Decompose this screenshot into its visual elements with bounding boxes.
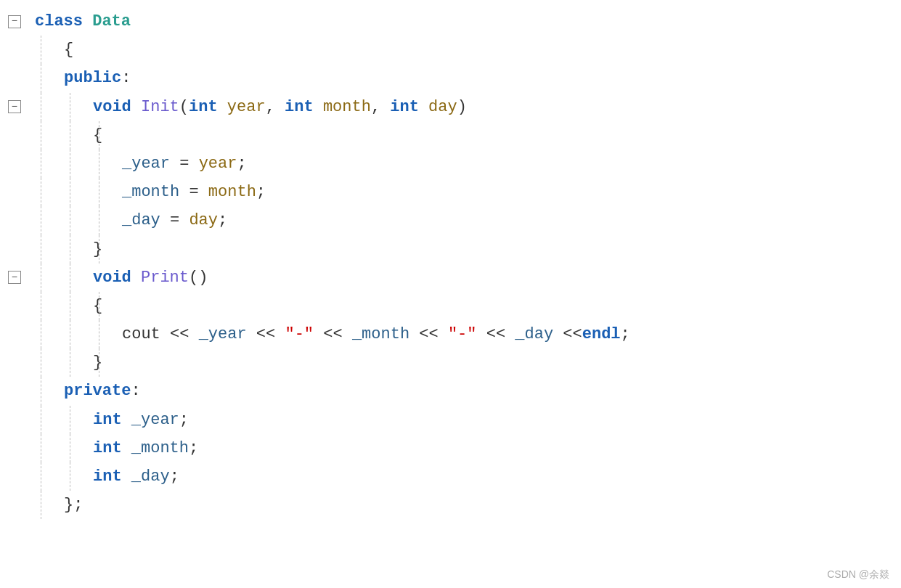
- code-content: private:: [29, 378, 141, 404]
- code-line: −class Data: [0, 7, 901, 36]
- token-plain: ;: [256, 179, 266, 205]
- token-plain: ;: [73, 492, 83, 518]
- token-plain: ;: [170, 464, 179, 489]
- code-content: _year = year;: [29, 151, 247, 176]
- code-content: cout << _year << "-" << _month << "-" <<…: [29, 322, 630, 347]
- fold-gutter[interactable]: −: [0, 15, 29, 28]
- token-plain: <<: [247, 322, 285, 347]
- token-plain: {: [64, 37, 73, 62]
- token-plain: [218, 94, 227, 120]
- guide-line: [41, 491, 41, 519]
- guide-line: [70, 150, 70, 178]
- guide-line: [41, 264, 41, 292]
- code-line: {: [0, 292, 901, 320]
- token-plain: ;: [621, 322, 630, 347]
- guide-line: [99, 235, 99, 264]
- token-plain: ,: [371, 94, 390, 120]
- guide-line: [99, 150, 99, 178]
- code-line: int _month;: [0, 434, 901, 462]
- guide-line: [41, 121, 41, 150]
- guide-line: [70, 348, 70, 377]
- code-content: {: [29, 37, 73, 62]
- guide-line: [99, 178, 99, 206]
- token-kw-type: int: [93, 407, 122, 433]
- token-plain: [83, 9, 92, 34]
- fold-icon-minus[interactable]: −: [8, 100, 21, 113]
- guide-line: [41, 178, 41, 206]
- guide-line: [41, 292, 41, 320]
- token-string: "-": [285, 322, 314, 347]
- token-var: _day: [131, 464, 170, 489]
- token-plain: ): [457, 94, 467, 120]
- fold-gutter[interactable]: −: [0, 271, 29, 284]
- code-line: public:: [0, 64, 901, 92]
- guide-line: [41, 434, 41, 462]
- code-content: class Data: [29, 9, 131, 34]
- guide-line: [70, 93, 70, 121]
- code-line: cout << _year << "-" << _month << "-" <<…: [0, 320, 901, 348]
- token-fn-name: Print: [141, 265, 189, 290]
- token-plain: ;: [189, 436, 198, 461]
- guide-line: [70, 235, 70, 264]
- guide-line: [99, 292, 99, 320]
- token-plain: <<: [409, 322, 448, 347]
- token-kw-type: int: [93, 464, 122, 489]
- token-var: _month: [122, 179, 179, 205]
- token-plain: <<: [314, 322, 352, 347]
- guide-line: [41, 235, 41, 264]
- token-plain: =: [170, 151, 199, 176]
- guide-line: [70, 206, 70, 234]
- guide-line: [70, 264, 70, 292]
- guide-line: [41, 462, 41, 491]
- code-line: int _year;: [0, 406, 901, 434]
- token-plain: ;: [237, 151, 246, 176]
- token-var: _month: [131, 436, 189, 461]
- token-plain: :: [131, 378, 140, 404]
- code-line: }: [0, 348, 901, 377]
- code-lines: −class Data{public:−void Init(int year, …: [0, 7, 901, 519]
- code-line: −void Init(int year, int month, int day): [0, 93, 901, 121]
- code-line: {: [0, 121, 901, 150]
- token-var: _day: [122, 208, 160, 233]
- token-kw-blue: public: [64, 65, 121, 91]
- code-content: _month = month;: [29, 179, 266, 205]
- token-plain: }: [93, 350, 102, 375]
- token-kw-type: int: [93, 436, 122, 461]
- guide-line: [99, 320, 99, 348]
- token-var: _month: [352, 322, 409, 347]
- code-content: void Print(): [29, 265, 208, 290]
- code-content: public:: [29, 65, 131, 91]
- guide-line: [41, 377, 41, 405]
- token-plain: }: [93, 237, 102, 262]
- guide-line: [99, 121, 99, 150]
- code-content: _day = day;: [29, 208, 227, 233]
- code-content: int _day;: [29, 464, 179, 489]
- guide-line: [41, 406, 41, 434]
- token-param: month: [323, 94, 371, 120]
- token-kw-type: int: [390, 94, 419, 120]
- token-kw-type: int: [285, 94, 314, 120]
- code-line: _month = month;: [0, 178, 901, 206]
- token-plain: ,: [266, 94, 285, 120]
- fold-icon-minus[interactable]: −: [8, 15, 21, 28]
- fold-icon-minus[interactable]: −: [8, 271, 21, 284]
- code-container: −class Data{public:−void Init(int year, …: [0, 0, 901, 588]
- token-plain: [419, 94, 428, 120]
- guide-line: [41, 150, 41, 178]
- token-var: _year: [199, 322, 247, 347]
- token-kw-class-name: Data: [92, 9, 131, 34]
- token-string: "-": [448, 322, 477, 347]
- guide-line: [70, 178, 70, 206]
- code-line: −void Print(): [0, 264, 901, 292]
- fold-gutter[interactable]: −: [0, 100, 29, 113]
- token-plain: [314, 94, 323, 120]
- token-plain: {: [93, 123, 102, 148]
- code-line: _day = day;: [0, 206, 901, 234]
- token-plain: }: [64, 492, 73, 518]
- token-plain: =: [179, 179, 208, 205]
- guide-line: [70, 292, 70, 320]
- token-plain: =: [160, 208, 189, 233]
- token-plain: :: [121, 65, 131, 91]
- guide-line: [41, 93, 41, 121]
- token-plain: <<: [477, 322, 515, 347]
